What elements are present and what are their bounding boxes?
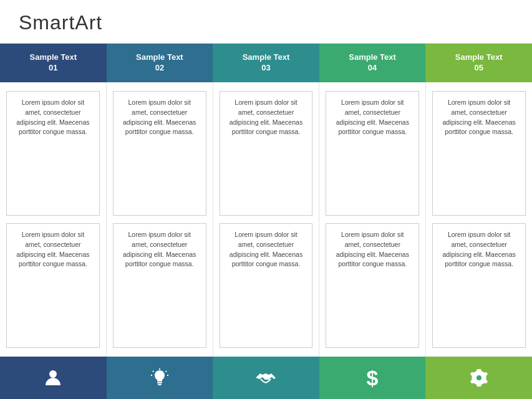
header-label-1: Sample Text01 [29, 52, 77, 74]
slide-title: SmartArt [19, 11, 102, 34]
svg-rect-1 [157, 382, 162, 383]
header-col-5: Sample Text05 [425, 44, 532, 82]
text-box-2-2: Lorem ipsum dolor sit amet, consectetuer… [113, 223, 206, 348]
content-column-3: Lorem ipsum dolor sit amet, consectetuer… [213, 82, 320, 357]
svg-point-8 [476, 375, 481, 380]
footer-cell-5 [425, 357, 532, 399]
content-column-2: Lorem ipsum dolor sit amet, consectetuer… [107, 82, 213, 357]
footer-cell-2 [107, 357, 213, 399]
text-box-4-1: Lorem ipsum dolor sit amet, consectetuer… [326, 91, 419, 216]
text-box-5-2: Lorem ipsum dolor sit amet, consectetuer… [432, 223, 526, 348]
header-col-4: Sample Text04 [319, 44, 426, 82]
slide: SmartArt Sample Text01 Sample Text02 Sam… [0, 0, 532, 399]
header-label-2: Sample Text02 [136, 52, 183, 74]
gear-icon [469, 368, 489, 388]
svg-rect-2 [158, 384, 162, 385]
header-label-5: Sample Text05 [455, 52, 503, 74]
header-bar: Sample Text01 Sample Text02 Sample Text0… [0, 44, 532, 82]
text-box-1-1: Lorem ipsum dolor sit amet, consectetuer… [6, 91, 100, 216]
footer-cell-4: $ [319, 357, 426, 399]
text-box-3-2: Lorem ipsum dolor sit amet, consectetuer… [220, 223, 313, 348]
text-box-3-1: Lorem ipsum dolor sit amet, consectetuer… [220, 91, 313, 216]
text-box-4-2: Lorem ipsum dolor sit amet, consectetuer… [326, 223, 419, 348]
content-column-4: Lorem ipsum dolor sit amet, consectetuer… [319, 82, 426, 357]
lightbulb-icon [150, 368, 170, 388]
svg-line-5 [165, 371, 166, 372]
content-column-1: Lorem ipsum dolor sit amet, consectetuer… [0, 82, 107, 357]
dollar-icon: $ [367, 367, 379, 388]
person-icon [43, 368, 63, 388]
content-area: Lorem ipsum dolor sit amet, consectetuer… [0, 82, 532, 357]
svg-line-4 [153, 371, 153, 372]
header-col-2: Sample Text02 [107, 44, 213, 82]
header-label-4: Sample Text04 [349, 52, 396, 74]
header-label-3: Sample Text03 [243, 52, 290, 74]
svg-point-0 [49, 370, 57, 378]
text-box-1-2: Lorem ipsum dolor sit amet, consectetuer… [6, 223, 100, 348]
handshake-icon [254, 368, 277, 388]
footer-bar: $ [0, 357, 532, 399]
header-col-3: Sample Text03 [213, 44, 319, 82]
title-area: SmartArt [0, 0, 532, 44]
footer-cell-1 [0, 357, 107, 399]
text-box-2-1: Lorem ipsum dolor sit amet, consectetuer… [113, 91, 206, 216]
content-column-5: Lorem ipsum dolor sit amet, consectetuer… [426, 82, 532, 357]
header-col-1: Sample Text01 [0, 44, 107, 82]
footer-cell-3 [213, 357, 319, 399]
text-box-5-1: Lorem ipsum dolor sit amet, consectetuer… [432, 91, 526, 216]
